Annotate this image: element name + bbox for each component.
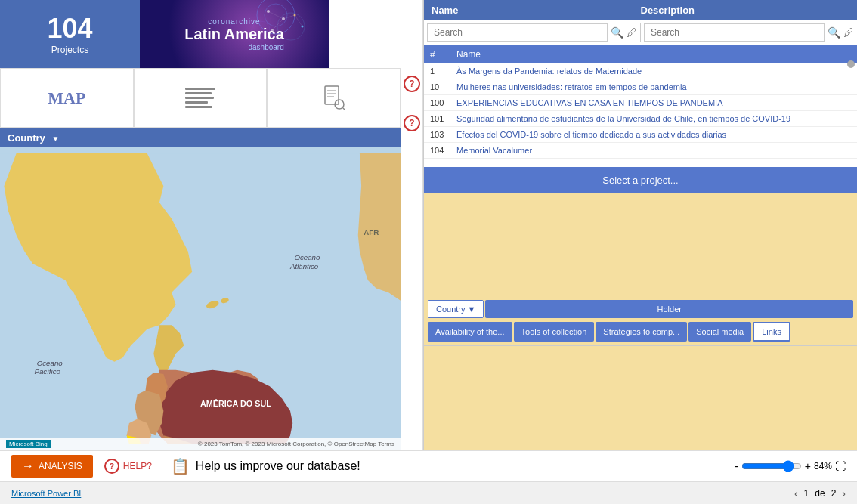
search-row: 🔍 🖊 🔍 🖊 [424,20,857,45]
page-next-button[interactable]: › [842,487,846,499]
tab-tools[interactable]: Tools of collection [514,322,595,342]
tabs-row: Availability of the... Tools of collecti… [424,322,857,345]
tab-strategies[interactable]: Strategies to comp... [596,322,687,342]
col-desc-header: Description [641,5,850,16]
zoom-slider[interactable] [741,460,802,472]
page-total: 2 [831,488,837,499]
table-col-headers: # Name [424,45,857,63]
table-row[interactable]: 101 Seguridad alimentaria de estudiantes… [424,111,857,127]
desc-search-input[interactable] [644,23,825,42]
th-num: # [430,49,456,60]
td-name-0[interactable]: Às Margens da Pandemia: relatos de Mater… [456,66,851,76]
table-body: 1 Às Margens da Pandemia: relatos de Mat… [424,63,857,167]
map-area: Oceano Pacífico Oceano Atlântico AMÉRICA… [0,147,401,450]
td-name-3[interactable]: Seguridad alimentaria de estudiantes de … [456,114,851,123]
table-row[interactable]: 104 Memorial Vacalumer [424,143,857,159]
country-filter-button[interactable]: Country ▼ [428,300,484,318]
country-arrow: ▼ [51,135,59,143]
corona-tile[interactable]: coronarchive Latin America dashboard [140,0,329,68]
fullscreen-icon[interactable]: ⛶ [835,460,846,472]
bing-branding: Microsoft Bing [6,440,51,448]
tab-social[interactable]: Social media [688,322,751,342]
projects-label: Projectcs [51,45,88,55]
page-prev-button[interactable]: ‹ [794,487,798,499]
country-section-header: Country ▼ [0,128,401,147]
table-row[interactable]: 103 Efectos del COVID-19 sobre el tiempo… [424,127,857,143]
help-icon-1[interactable]: ? [404,76,420,92]
zoom-in-button[interactable]: + [805,460,811,472]
corona-top-label: coronarchive [184,17,284,26]
td-num-1: 10 [430,82,456,91]
help-icon-2[interactable]: ? [404,115,420,131]
arrow-icon: → [22,459,34,473]
country-label: Country [8,132,45,144]
analysis-button[interactable]: → ANALYSIS [11,455,93,478]
corona-title: Latin America [184,26,284,43]
name-search-input[interactable] [427,23,608,42]
country-arrow-icon: ▼ [468,305,476,314]
help-circle-icon: ? [104,459,119,474]
tab-strategies-label: Strategies to comp... [603,327,679,336]
projects-tile[interactable]: 104 Projectcs [0,0,140,68]
select-project-label: Select a project... [602,175,678,186]
td-num-4: 103 [430,130,456,139]
svg-rect-13 [325,86,339,104]
svg-line-12 [295,15,302,26]
list-icon [185,88,215,108]
select-project-banner[interactable]: Select a project... [424,167,857,193]
map-svg: Oceano Pacífico Oceano Atlântico AMÉRICA… [0,147,401,450]
svg-text:Oceano: Oceano [294,253,320,261]
pagination: ‹ 1 de 2 › [794,487,846,499]
search-divider [640,23,641,42]
svg-text:AFR: AFR [364,228,379,237]
tab-links-label: Links [762,327,781,336]
zoom-percent: 84% [814,461,832,472]
project-detail-area [424,193,857,297]
td-name-4[interactable]: Efectos del COVID-19 sobre el tiempo ded… [456,130,851,139]
svg-text:Atlântico: Atlântico [289,262,319,271]
tab-social-label: Social media [696,327,744,336]
table-row[interactable]: 10 Mulheres nas universidades: retratos … [424,79,857,95]
map-footer: Microsoft Bing © 2023 TomTom, © 2023 Mic… [0,438,401,450]
map-tile[interactable]: MAP [0,68,134,128]
tab-links[interactable]: Links [753,322,790,342]
td-name-1[interactable]: Mulheres nas universidades: retratos em … [456,82,851,91]
svg-text:Pacífico: Pacífico [34,367,60,376]
name-search-button[interactable]: 🔍 [611,26,623,39]
right-panel: Name Description 🔍 🖊 🔍 🖊 # Name [423,0,857,450]
td-num-0: 1 [430,66,456,76]
zoom-out-button[interactable]: - [735,460,738,472]
improve-section: 📋 Help us improve our database! [171,457,360,475]
second-tiles-row: MAP [0,68,401,128]
help-button[interactable]: ? HELP? [104,459,152,474]
clipboard-icon: 📋 [171,457,190,475]
tab-availability[interactable]: Availability of the... [428,322,512,342]
analysis-label: ANALYSIS [39,461,82,472]
td-num-5: 104 [430,146,456,155]
holder-filter-button[interactable]: Holder [485,300,853,318]
bing-logo: Microsoft Bing [6,440,51,448]
list-tile[interactable] [134,68,268,128]
top-tiles: 104 Projectcs [0,0,401,68]
footer-bar: Microsoft Power BI ‹ 1 de 2 › [0,481,857,504]
holder-filter-label: Holder [657,305,682,314]
left-panel: 104 Projectcs [0,0,401,450]
search-doc-icon [319,83,349,113]
search-doc-tile[interactable] [267,68,401,128]
tab-tools-label: Tools of collection [521,327,587,336]
table-row[interactable]: 100 EXPERIENCIAS EDUCATIVAS EN CASA EN T… [424,95,857,111]
side-help-icons: ? ? [401,0,423,450]
name-filter-button[interactable]: 🖊 [627,26,637,39]
col-name-header: Name [432,5,641,16]
td-num-3: 101 [430,114,456,123]
svg-line-18 [342,107,345,110]
projects-count: 104 [47,13,92,45]
td-name-5[interactable]: Memorial Vacalumer [456,146,851,155]
desc-search-button[interactable]: 🔍 [828,26,840,39]
map-copyright: © 2023 TomTom, © 2023 Microsoft Corporat… [198,441,394,447]
desc-filter-button[interactable]: 🖊 [843,26,854,39]
table-row[interactable]: 1 Às Margens da Pandemia: relatos de Mat… [424,63,857,79]
td-name-2[interactable]: EXPERIENCIAS EDUCATIVAS EN CASA EN TIEMP… [456,98,851,107]
svg-text:Oceano: Oceano [37,359,63,367]
power-bi-link[interactable]: Microsoft Power BI [11,489,81,498]
